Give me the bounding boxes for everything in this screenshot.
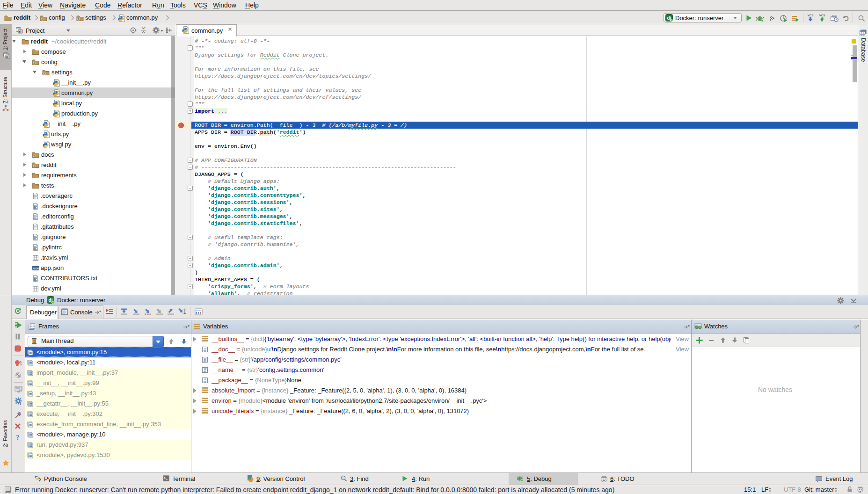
svg-text:JSON: JSON xyxy=(32,267,39,270)
svg-text:01: 01 xyxy=(204,370,206,373)
svg-text:VCS: VCS xyxy=(819,14,825,17)
svg-text:VCS: VCS xyxy=(808,14,813,17)
svg-text:01: 01 xyxy=(204,350,206,353)
svg-text:01: 01 xyxy=(204,381,206,384)
svg-text:?: ? xyxy=(16,434,20,441)
svg-text:01: 01 xyxy=(204,360,206,363)
svg-text:<>: <> xyxy=(30,325,34,328)
